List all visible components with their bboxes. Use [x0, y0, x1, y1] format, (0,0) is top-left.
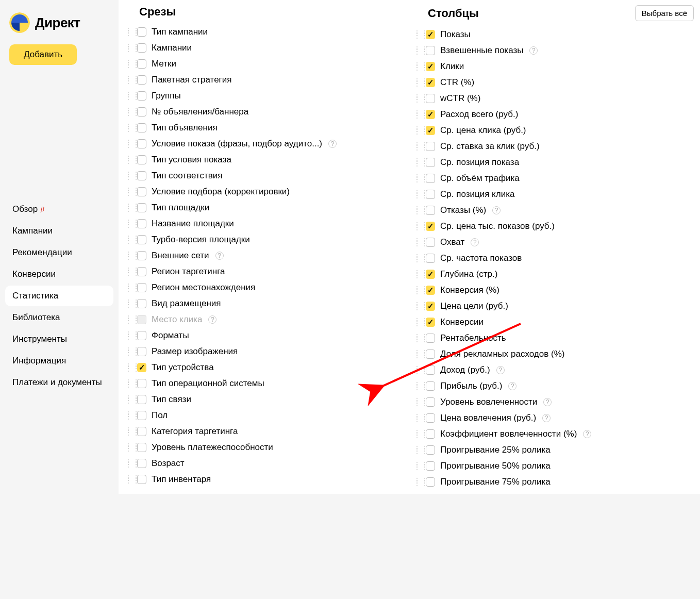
checkbox[interactable] — [137, 443, 146, 452]
drag-handle-icon[interactable]: ⋮⋮⋮⋮ — [125, 445, 132, 450]
drag-handle-icon[interactable]: ⋮⋮⋮⋮ — [413, 96, 421, 101]
checkbox[interactable] — [426, 429, 435, 439]
checkbox[interactable] — [137, 411, 146, 420]
drag-handle-icon[interactable]: ⋮⋮⋮⋮ — [125, 237, 132, 242]
drag-handle-icon[interactable]: ⋮⋮⋮⋮ — [413, 431, 421, 437]
drag-handle-icon[interactable]: ⋮⋮⋮⋮ — [413, 64, 421, 69]
help-icon[interactable]: ? — [583, 430, 591, 438]
drag-handle-icon[interactable]: ⋮⋮⋮⋮ — [413, 256, 421, 261]
nav-item[interactable]: Инструменты — [5, 329, 113, 350]
drag-handle-icon[interactable]: ⋮⋮⋮⋮ — [413, 400, 421, 405]
drag-handle-icon[interactable]: ⋮⋮⋮⋮ — [125, 413, 132, 418]
drag-handle-icon[interactable]: ⋮⋮⋮⋮ — [125, 253, 132, 258]
drag-handle-icon[interactable]: ⋮⋮⋮⋮ — [125, 269, 132, 274]
checkbox[interactable] — [137, 91, 146, 101]
nav-item[interactable]: Конверсии — [5, 264, 113, 285]
drag-handle-icon[interactable]: ⋮⋮⋮⋮ — [125, 205, 132, 210]
checkbox[interactable] — [426, 445, 435, 455]
checkbox[interactable] — [426, 174, 435, 183]
drag-handle-icon[interactable]: ⋮⋮⋮⋮ — [125, 349, 132, 354]
nav-item[interactable]: Библиотека — [5, 307, 113, 328]
checkbox[interactable] — [137, 171, 146, 180]
help-icon[interactable]: ? — [508, 382, 516, 390]
checkbox[interactable] — [426, 381, 435, 391]
checkbox[interactable] — [137, 331, 146, 340]
checkbox[interactable] — [137, 475, 146, 484]
help-icon[interactable]: ? — [471, 238, 479, 246]
drag-handle-icon[interactable]: ⋮⋮⋮⋮ — [125, 461, 132, 466]
drag-handle-icon[interactable]: ⋮⋮⋮⋮ — [413, 176, 421, 181]
drag-handle-icon[interactable]: ⋮⋮⋮⋮ — [125, 429, 132, 434]
nav-item[interactable]: Рекомендации — [5, 242, 113, 263]
drag-handle-icon[interactable]: ⋮⋮⋮⋮ — [125, 301, 132, 306]
select-all-button[interactable]: Выбрать всё — [635, 5, 694, 21]
drag-handle-icon[interactable]: ⋮⋮⋮⋮ — [125, 285, 132, 290]
checkbox[interactable] — [137, 107, 146, 117]
drag-handle-icon[interactable]: ⋮⋮⋮⋮ — [125, 93, 132, 98]
checkbox[interactable]: ✓ — [137, 363, 146, 372]
drag-handle-icon[interactable]: ⋮⋮⋮⋮ — [125, 173, 132, 178]
drag-handle-icon[interactable]: ⋮⋮⋮⋮ — [125, 29, 132, 35]
drag-handle-icon[interactable]: ⋮⋮⋮⋮ — [413, 112, 421, 117]
drag-handle-icon[interactable]: ⋮⋮⋮⋮ — [413, 447, 421, 453]
checkbox[interactable]: ✓ — [426, 222, 435, 231]
checkbox[interactable]: ✓ — [426, 78, 435, 87]
nav-item[interactable]: Платежи и документы — [5, 372, 113, 393]
drag-handle-icon[interactable]: ⋮⋮⋮⋮ — [125, 77, 132, 82]
checkbox[interactable]: ✓ — [426, 318, 435, 327]
drag-handle-icon[interactable]: ⋮⋮⋮⋮ — [125, 221, 132, 226]
checkbox[interactable] — [426, 254, 435, 263]
checkbox[interactable]: ✓ — [426, 270, 435, 279]
help-icon[interactable]: ? — [328, 140, 337, 148]
drag-handle-icon[interactable]: ⋮⋮⋮⋮ — [125, 157, 132, 162]
checkbox[interactable] — [426, 477, 435, 487]
checkbox[interactable] — [426, 94, 435, 103]
checkbox[interactable] — [426, 461, 435, 471]
drag-handle-icon[interactable]: ⋮⋮⋮⋮ — [413, 320, 421, 325]
drag-handle-icon[interactable]: ⋮⋮⋮⋮ — [125, 109, 132, 114]
drag-handle-icon[interactable]: ⋮⋮⋮⋮ — [125, 397, 132, 402]
checkbox[interactable] — [137, 123, 146, 132]
drag-handle-icon[interactable]: ⋮⋮⋮⋮ — [413, 32, 421, 37]
help-icon[interactable]: ? — [529, 46, 538, 55]
checkbox[interactable]: ✓ — [426, 30, 435, 39]
checkbox[interactable] — [137, 379, 146, 388]
drag-handle-icon[interactable]: ⋮⋮⋮⋮ — [125, 61, 132, 66]
checkbox[interactable] — [137, 267, 146, 276]
checkbox[interactable] — [426, 238, 435, 247]
checkbox[interactable]: ✓ — [426, 302, 435, 311]
drag-handle-icon[interactable]: ⋮⋮⋮⋮ — [413, 336, 421, 341]
nav-item[interactable]: Информация — [5, 351, 113, 371]
checkbox[interactable]: ✓ — [426, 286, 435, 295]
checkbox[interactable] — [137, 235, 146, 244]
help-icon[interactable]: ? — [496, 366, 505, 374]
checkbox[interactable] — [137, 27, 146, 37]
help-icon[interactable]: ? — [215, 252, 224, 260]
drag-handle-icon[interactable]: ⋮⋮⋮⋮ — [413, 160, 421, 165]
drag-handle-icon[interactable]: ⋮⋮⋮⋮ — [413, 479, 421, 485]
drag-handle-icon[interactable]: ⋮⋮⋮⋮ — [413, 288, 421, 293]
add-button[interactable]: Добавить — [9, 44, 77, 65]
drag-handle-icon[interactable]: ⋮⋮⋮⋮ — [413, 192, 421, 197]
drag-handle-icon[interactable]: ⋮⋮⋮⋮ — [413, 415, 421, 421]
checkbox[interactable] — [426, 334, 435, 343]
drag-handle-icon[interactable]: ⋮⋮⋮⋮ — [413, 144, 421, 149]
drag-handle-icon[interactable]: ⋮⋮⋮⋮ — [413, 48, 421, 53]
checkbox[interactable] — [426, 365, 435, 375]
drag-handle-icon[interactable]: ⋮⋮⋮⋮ — [125, 317, 132, 322]
checkbox[interactable] — [426, 350, 435, 359]
checkbox[interactable] — [137, 459, 146, 468]
drag-handle-icon[interactable]: ⋮⋮⋮⋮ — [125, 45, 132, 51]
help-icon[interactable]: ? — [542, 414, 551, 422]
drag-handle-icon[interactable]: ⋮⋮⋮⋮ — [125, 365, 132, 370]
drag-handle-icon[interactable]: ⋮⋮⋮⋮ — [125, 189, 132, 194]
help-icon[interactable]: ? — [208, 315, 216, 324]
nav-item[interactable]: Обзорβ — [5, 199, 113, 220]
drag-handle-icon[interactable]: ⋮⋮⋮⋮ — [413, 224, 421, 229]
checkbox[interactable] — [137, 155, 146, 164]
checkbox[interactable] — [137, 395, 146, 404]
checkbox[interactable] — [137, 427, 146, 436]
checkbox[interactable] — [426, 190, 435, 199]
checkbox[interactable] — [137, 43, 146, 53]
checkbox[interactable] — [426, 46, 435, 55]
